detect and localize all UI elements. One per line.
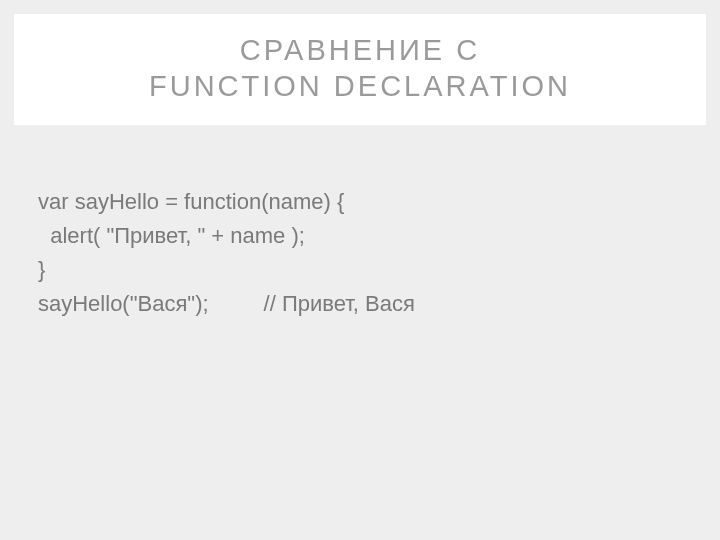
title-bar: СРАВНЕНИЕ С FUNCTION DECLARATION [14, 14, 706, 125]
code-line-3: } [38, 253, 682, 287]
slide: СРАВНЕНИЕ С FUNCTION DECLARATION var say… [0, 14, 720, 540]
code-block: var sayHello = function(name) { alert( "… [0, 125, 720, 321]
title-line-2: FUNCTION DECLARATION [149, 70, 571, 102]
slide-title: СРАВНЕНИЕ С FUNCTION DECLARATION [34, 32, 686, 105]
title-line-1: СРАВНЕНИЕ С [240, 34, 480, 66]
code-line-1: var sayHello = function(name) { [38, 185, 682, 219]
code-line-5: sayHello("Вася"); // Привет, Вася [38, 287, 682, 321]
code-line-2: alert( "Привет, " + name ); [38, 219, 682, 253]
